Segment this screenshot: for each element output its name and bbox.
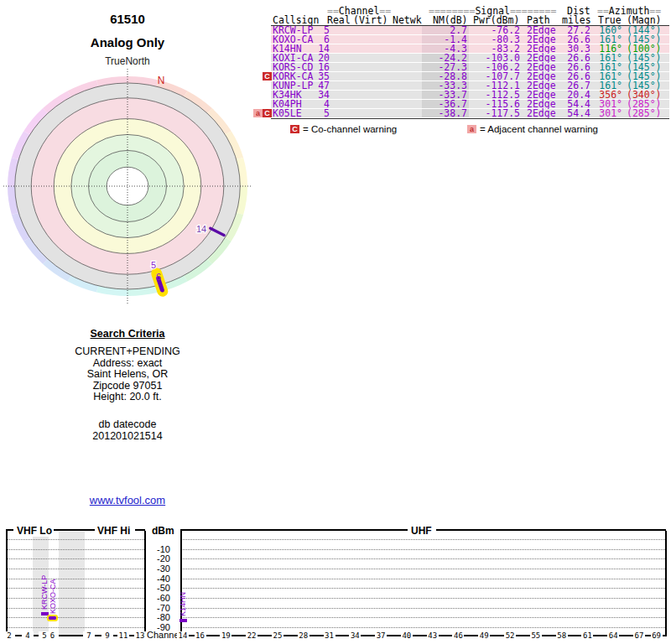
- vhf-frame-left: [6, 531, 8, 636]
- grid-line: [181, 588, 665, 589]
- co-channel-badge: C: [290, 125, 299, 133]
- datecode-label: db datecode: [23, 419, 232, 431]
- x-tick-label: 49: [478, 631, 490, 640]
- grid-line: [181, 608, 665, 609]
- grid-line: [181, 569, 665, 569]
- tvfool-link[interactable]: www.tvfool.com: [90, 494, 165, 506]
- y-tick-label: -70: [148, 603, 170, 613]
- true-north-label: TrueNorth: [44, 55, 211, 67]
- uhf-frame-top: [180, 529, 408, 531]
- x-tick-label: 25: [272, 631, 283, 640]
- adjacent-channel-legend: = Adjacent channel warning: [480, 124, 598, 134]
- x-tick-label: 31: [324, 631, 336, 640]
- x-tick-label: 22: [246, 631, 257, 640]
- page-title: 61510: [44, 12, 211, 26]
- x-tick-label: 28: [298, 631, 309, 640]
- grid-line: [7, 588, 144, 589]
- cell-pwr_dbm: -117.5: [471, 109, 520, 118]
- x-tick-label: 19: [220, 631, 231, 640]
- x-tick-label: 40: [401, 631, 413, 640]
- section-label-uhf: UHF: [409, 525, 434, 537]
- station-marker-label-ch5: 5: [151, 260, 156, 270]
- section-label-vhf-hi: VHF Hi: [96, 525, 132, 537]
- x-tick-label: 67: [633, 631, 645, 640]
- x-tick-label: 2: [3, 631, 15, 640]
- grid-line: [7, 558, 144, 559]
- vhf-frame-right: [144, 531, 146, 636]
- datecode-value: 201201021514: [23, 431, 232, 443]
- cell-magn-az: (285°): [627, 109, 662, 118]
- grid-line: [7, 617, 144, 618]
- grid-line: [181, 558, 665, 559]
- uhf-frame-top: [436, 529, 666, 531]
- station-marker-label-ch14: 14: [196, 224, 206, 234]
- cell-real: 5: [302, 109, 330, 118]
- grid-line: [7, 598, 144, 599]
- search-criteria-line: Height: 20.0 ft.: [23, 392, 232, 403]
- grid-line: [7, 579, 144, 579]
- y-tick-label: -10: [148, 544, 170, 554]
- cell-callsign: K05LE: [273, 109, 302, 118]
- x-tick-label: 55: [530, 631, 542, 640]
- y-tick-label: -50: [148, 583, 170, 593]
- search-criteria-line: Zipcode 97051: [23, 381, 232, 392]
- x-tick-label: 64: [607, 631, 619, 640]
- col-virt: (Virt): [353, 16, 388, 25]
- search-criteria-line: CURRENT+PENDING: [23, 346, 232, 358]
- uhf-frame-right: [665, 531, 667, 636]
- x-tick-label: 69: [651, 631, 663, 640]
- y-tick-label: -80: [148, 612, 170, 622]
- x-tick-label: 61: [581, 631, 593, 640]
- adjacent-channel-warning-badge: a: [253, 109, 263, 117]
- grid-line: [7, 549, 144, 550]
- co-channel-warning-badge: C: [263, 72, 272, 80]
- grid-line: [181, 579, 665, 579]
- search-criteria-title: Search Criteria: [44, 328, 211, 340]
- x-tick-label: 11: [117, 631, 129, 640]
- x-tick-label: 14: [177, 631, 189, 640]
- vhf-frame-top: [135, 529, 145, 531]
- signal-bar: [49, 616, 56, 620]
- section-label-vhf-lo: VHF Lo: [15, 525, 54, 537]
- cell-path: 2Edge: [527, 109, 556, 118]
- grid-line: [7, 569, 144, 569]
- x-tick-label: 16: [195, 631, 206, 640]
- search-criteria-line: Address: exact: [23, 358, 232, 370]
- y-tick-label: -30: [148, 564, 170, 574]
- grid-line: [181, 627, 665, 628]
- y-tick-label: -40: [148, 574, 170, 584]
- station-marker-label-ch6: 6: [156, 272, 161, 282]
- cell-true-az: 301°: [585, 109, 622, 118]
- magnetic-north-label: N: [158, 75, 165, 86]
- x-tick-label: 4: [22, 631, 34, 640]
- col-real: Real: [327, 16, 351, 25]
- vhf-frame-top: [6, 529, 13, 531]
- x-tick-label: 37: [375, 631, 387, 640]
- col-netwk: Netwk: [393, 16, 422, 25]
- grid-line: [7, 608, 144, 609]
- y-tick-label: -60: [148, 593, 170, 603]
- signal-bar: [179, 619, 187, 622]
- search-criteria-line: Saint Helens, OR: [23, 369, 232, 381]
- y-tick-label: -90: [148, 622, 170, 632]
- x-tick-label: 6: [47, 631, 59, 640]
- x-tick-label: 13: [134, 631, 146, 640]
- cell-nm_db: -38.7: [422, 109, 467, 118]
- frequency-gap-band: [59, 532, 85, 635]
- datecode-block: db datecode 201201021514: [23, 419, 232, 442]
- co-channel-legend: = Co-channel warning: [303, 124, 397, 134]
- vhf-frame-top: [53, 529, 95, 531]
- page-subtitle: Analog Only: [44, 35, 211, 49]
- adjacent-channel-badge: a: [467, 125, 476, 133]
- polar-radar-plot: N1456: [2, 67, 253, 305]
- x-tick-label: 43: [427, 631, 439, 640]
- y-tick-label: -20: [148, 553, 170, 564]
- x-tick-label: 52: [504, 631, 516, 640]
- grid-line: [181, 617, 665, 618]
- search-criteria-block: CURRENT+PENDING Address: exact Saint Hel…: [23, 346, 232, 403]
- tvfool-report: 61510 Analog Only TrueNorth N1456 Search…: [0, 0, 671, 644]
- grid-line: [7, 539, 144, 540]
- signal-bar-label: K14HN: [178, 569, 188, 616]
- x-tick-label: 58: [556, 631, 568, 640]
- x-tick-label: 7: [83, 631, 95, 640]
